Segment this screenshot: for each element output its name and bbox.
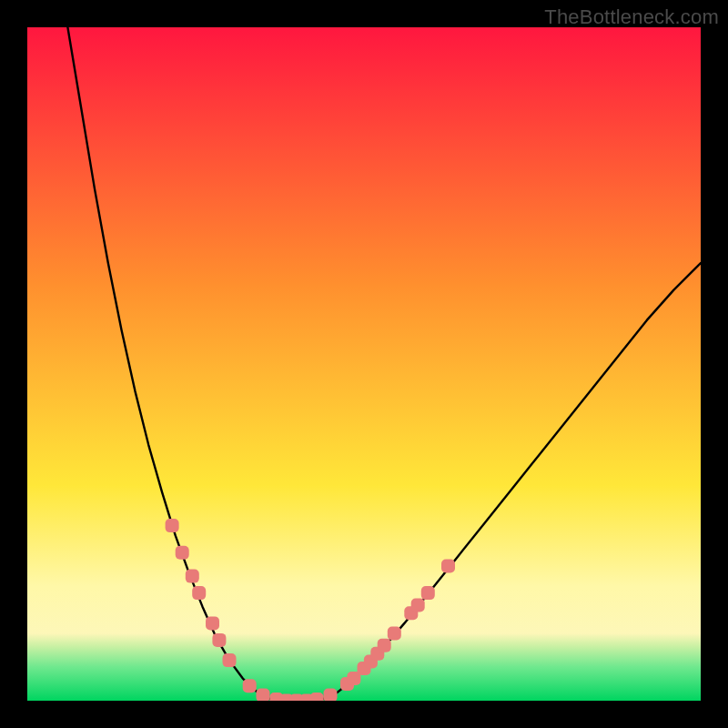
marker-point: [388, 627, 401, 641]
marker-point: [243, 679, 257, 693]
marker-point: [257, 689, 270, 701]
chart-frame: TheBottleneck.com: [0, 0, 728, 728]
watermark-label: TheBottleneck.com: [544, 5, 719, 29]
marker-point: [324, 689, 338, 701]
marker-point: [192, 586, 206, 600]
marker-point: [421, 586, 435, 600]
marker-point: [212, 633, 226, 647]
marker-point: [223, 653, 237, 667]
marker-point: [206, 616, 219, 630]
marker-point: [176, 546, 189, 560]
marker-point: [411, 598, 425, 612]
marker-point: [186, 570, 199, 583]
marker-point: [166, 519, 179, 532]
marker-point: [378, 639, 391, 652]
marker-point: [310, 693, 324, 701]
bottleneck-chart: [27, 27, 701, 701]
marker-point: [441, 560, 455, 573]
